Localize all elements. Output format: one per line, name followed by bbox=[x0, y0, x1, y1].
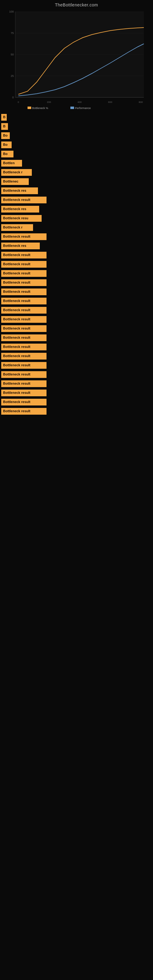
bottleneck-bar: Bo bbox=[1, 151, 13, 158]
bottleneck-item: Bottleneck result bbox=[1, 278, 153, 287]
bottleneck-item: Bottleneck result bbox=[1, 370, 153, 379]
svg-rect-21 bbox=[70, 107, 74, 109]
bottleneck-item: Bottleneck r bbox=[1, 168, 153, 177]
bottleneck-bar: B bbox=[1, 123, 8, 130]
bottleneck-item: Bo bbox=[1, 150, 153, 159]
bottleneck-bar: Bottleneck result bbox=[1, 270, 46, 277]
bottleneck-bar: Bottleneck result bbox=[1, 362, 46, 369]
bottleneck-bar: Bottleneck result bbox=[1, 390, 46, 396]
bottleneck-item: Bottleneck res bbox=[1, 186, 153, 196]
chart-container: 0 25 50 75 100 0 200 400 600 800 Bottlen… bbox=[3, 9, 150, 113]
svg-text:800: 800 bbox=[139, 101, 143, 103]
bottleneck-items-container: BBBoBoBoBottlenBottleneck rBottlenecBott… bbox=[0, 113, 153, 416]
bottleneck-bar: Bottleneck r bbox=[1, 224, 33, 231]
svg-text:Performance: Performance bbox=[75, 107, 91, 110]
svg-text:0: 0 bbox=[12, 96, 14, 99]
svg-text:200: 200 bbox=[47, 101, 51, 103]
bottleneck-item: Bottleneck result bbox=[1, 296, 153, 305]
bottleneck-bar: Bottlen bbox=[1, 160, 22, 167]
svg-text:400: 400 bbox=[77, 101, 82, 103]
bottleneck-item: Bottleneck res bbox=[1, 205, 153, 214]
svg-rect-19 bbox=[27, 107, 31, 109]
bottleneck-item: Bottleneck result bbox=[1, 250, 153, 260]
bottleneck-bar: Bottleneck result bbox=[1, 261, 46, 268]
bottleneck-bar: Bottleneck result bbox=[1, 233, 46, 240]
bottleneck-item: Bottleneck result bbox=[1, 333, 153, 342]
bottleneck-item: Bottleneck result bbox=[1, 305, 153, 315]
bottleneck-bar: Bottleneck res bbox=[1, 188, 38, 194]
bottleneck-bar: Bottleneck result bbox=[1, 344, 46, 350]
bottleneck-bar: Bottleneck res bbox=[1, 243, 40, 249]
svg-text:50: 50 bbox=[11, 53, 14, 56]
bottleneck-item: Bottleneck res bbox=[1, 241, 153, 250]
bottleneck-bar: Bottleneck resu bbox=[1, 215, 41, 222]
bottleneck-bar: B bbox=[1, 114, 7, 121]
bottleneck-item: Bottleneck result bbox=[1, 315, 153, 324]
bottleneck-bar: Bottleneck result bbox=[1, 288, 46, 295]
bottleneck-bar: Bottleneck result bbox=[1, 325, 46, 332]
bottleneck-item: Bottleneck resu bbox=[1, 214, 153, 223]
bottleneck-bar: Bottleneck result bbox=[1, 334, 46, 341]
svg-text:100: 100 bbox=[9, 10, 14, 13]
bottleneck-bar: Bottleneck result bbox=[1, 279, 46, 286]
bottleneck-item: B bbox=[1, 113, 153, 122]
bottleneck-item: Bottleneck result bbox=[1, 196, 153, 205]
bottleneck-item: Bottleneck result bbox=[1, 342, 153, 352]
bottleneck-bar: Bottleneck res bbox=[1, 206, 39, 213]
bottleneck-bar: Bo bbox=[1, 132, 10, 139]
bottleneck-item: Bottlenec bbox=[1, 177, 153, 186]
bottleneck-item: Bottleneck result bbox=[1, 232, 153, 241]
svg-text:0: 0 bbox=[18, 101, 19, 103]
bottleneck-item: Bottleneck result bbox=[1, 269, 153, 278]
bottleneck-item: Bottleneck r bbox=[1, 223, 153, 232]
bottleneck-item: B bbox=[1, 122, 153, 131]
bottleneck-bar: Bottlenec bbox=[1, 178, 29, 185]
bottleneck-bar: Bottleneck result bbox=[1, 298, 46, 304]
svg-text:600: 600 bbox=[108, 101, 112, 103]
bottleneck-bar: Bottleneck result bbox=[1, 371, 46, 378]
svg-text:75: 75 bbox=[11, 32, 14, 35]
chart-svg: 0 25 50 75 100 0 200 400 600 800 Bottlen… bbox=[3, 9, 150, 113]
bottleneck-bar: Bottleneck result bbox=[1, 307, 46, 313]
bottleneck-bar: Bottleneck r bbox=[1, 169, 32, 176]
svg-text:Bottleneck %: Bottleneck % bbox=[32, 107, 48, 110]
bottleneck-item: Bottleneck result bbox=[1, 361, 153, 370]
bottleneck-bar: Bottleneck result bbox=[1, 316, 46, 323]
bottleneck-bar: Bottleneck result bbox=[1, 252, 46, 258]
bottleneck-bar: Bottleneck result bbox=[1, 353, 46, 360]
bottleneck-item: Bottleneck result bbox=[1, 379, 153, 388]
bottleneck-bar: Bottleneck result bbox=[1, 399, 46, 406]
bottleneck-item: Bottleneck result bbox=[1, 407, 153, 416]
bottleneck-item: Bottleneck result bbox=[1, 398, 153, 407]
bottleneck-bar: Bottleneck result bbox=[1, 197, 46, 204]
site-header: TheBottlenecker.com bbox=[0, 0, 153, 9]
bottleneck-item: Bo bbox=[1, 140, 153, 150]
bottleneck-item: Bottleneck result bbox=[1, 287, 153, 296]
bottleneck-bar: Bottleneck result bbox=[1, 380, 46, 387]
bottleneck-item: Bo bbox=[1, 131, 153, 140]
bottleneck-item: Bottleneck result bbox=[1, 260, 153, 269]
bottleneck-item: Bottleneck result bbox=[1, 388, 153, 398]
bottleneck-item: Bottleneck result bbox=[1, 324, 153, 333]
site-title: TheBottlenecker.com bbox=[0, 0, 153, 9]
bottleneck-bar: Bottleneck result bbox=[1, 408, 46, 415]
bottleneck-item: Bottleneck result bbox=[1, 352, 153, 361]
bottleneck-bar: Bo bbox=[1, 142, 12, 148]
svg-text:25: 25 bbox=[11, 75, 14, 78]
bottleneck-item: Bottlen bbox=[1, 159, 153, 168]
